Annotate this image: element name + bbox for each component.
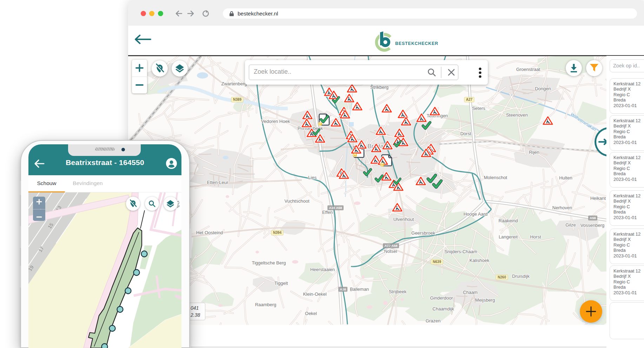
svg-text:Vedoren Hoek: Vedoren Hoek — [261, 118, 290, 124]
svg-text:A58: A58 — [590, 216, 596, 220]
svg-text:Tiggelt: Tiggelt — [274, 280, 288, 285]
svg-text:A16 A58: A16 A58 — [329, 206, 342, 210]
svg-text:Hooge Aard: Hooge Aard — [464, 211, 488, 216]
svg-text:N389: N389 — [233, 98, 241, 101]
svg-text:Vossenberg: Vossenberg — [580, 222, 605, 228]
svg-text:Rijen: Rijen — [529, 149, 539, 155]
svg-text:Geersbroek: Geersbroek — [411, 230, 435, 235]
svg-text:Meijsberg: Meijsberg — [475, 297, 495, 302]
svg-text:Kalishoek: Kalishoek — [470, 257, 490, 263]
svg-text:Strijbeek: Strijbeek — [389, 289, 407, 294]
svg-text:N639: N639 — [433, 260, 441, 264]
svg-text:Zwartenberg: Zwartenberg — [221, 81, 247, 86]
svg-text:Nerhoven: Nerhoven — [552, 205, 572, 210]
svg-text:Notsel: Notsel — [384, 248, 397, 254]
svg-text:Snijders-Chaam: Snijders-Chaam — [444, 249, 477, 254]
svg-text:Etten-Leur: Etten-Leur — [207, 179, 228, 185]
svg-text:Effen: Effen — [322, 209, 333, 215]
svg-text:Chaam: Chaam — [463, 289, 478, 295]
svg-text:Oekel: Oekel — [305, 310, 317, 316]
svg-text:Tiggeltsche Berg: Tiggeltsche Berg — [252, 260, 286, 265]
svg-text:Strikberg: Strikberg — [370, 84, 389, 90]
svg-text:N394: N394 — [273, 231, 281, 235]
svg-text:Chaamdijk: Chaamdijk — [432, 306, 454, 311]
svg-text:A27 A58: A27 A58 — [384, 244, 397, 248]
svg-text:Raamberg: Raamberg — [255, 302, 277, 307]
svg-text:Druisdijk: Druisdijk — [512, 273, 530, 278]
svg-text:Molenschot: Molenschot — [484, 175, 507, 180]
svg-text:Vuchtschoot: Vuchtschoot — [284, 198, 309, 203]
svg-text:Seters: Seters — [472, 105, 485, 111]
svg-text:Gilze: Gilze — [565, 222, 576, 227]
svg-text:Groenstraat: Groenstraat — [516, 66, 540, 72]
svg-text:Het Oosteind: Het Oosteind — [196, 230, 223, 235]
svg-text:Grazen: Grazen — [426, 318, 441, 323]
svg-text:Steenoven: Steenoven — [506, 112, 528, 117]
svg-text:Dorst: Dorst — [460, 131, 471, 136]
svg-text:N260: N260 — [498, 275, 506, 279]
svg-text:A16: A16 — [340, 287, 346, 291]
svg-text:Heikant: Heikant — [590, 195, 606, 201]
svg-text:Balleman: Balleman — [350, 286, 369, 291]
svg-text:Langereit: Langereit — [499, 234, 518, 239]
svg-text:A27: A27 — [466, 98, 473, 101]
svg-text:Horst: Horst — [530, 234, 541, 239]
svg-text:Dongen: Dongen — [535, 86, 551, 91]
svg-text:Ginderdoor: Ginderdoor — [430, 295, 453, 300]
svg-text:Ulvenhout: Ulvenhout — [393, 216, 414, 222]
svg-text:Lies: Lies — [308, 175, 317, 180]
svg-text:Heerstaaien: Heerstaaien — [310, 267, 335, 272]
svg-text:Klein-Oekel: Klein-Oekel — [303, 291, 326, 296]
svg-text:Raakeind: Raakeind — [499, 218, 518, 223]
svg-text:Hulten: Hulten — [559, 175, 572, 180]
